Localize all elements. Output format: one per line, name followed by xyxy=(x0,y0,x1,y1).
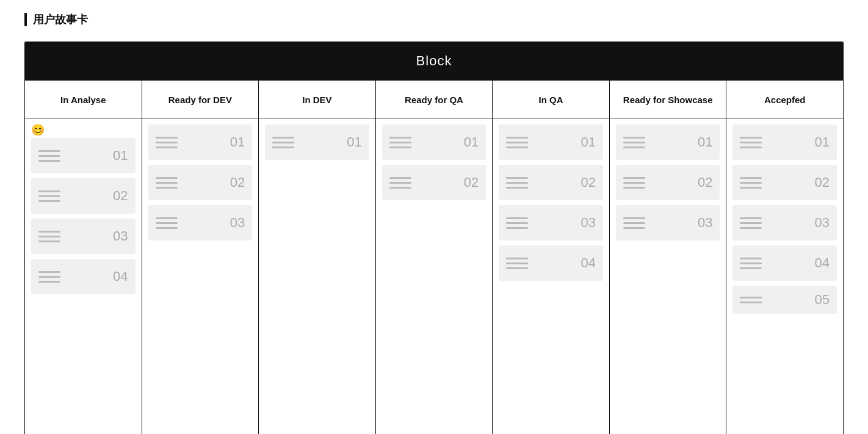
column-in-qa: In QA01020304 xyxy=(493,81,610,434)
card[interactable]: 01 xyxy=(265,125,369,160)
column-header-in-qa: In QA xyxy=(493,81,609,118)
card-partial[interactable]: 05 xyxy=(732,286,837,314)
card-number: 03 xyxy=(580,215,595,231)
card-lines-icon xyxy=(506,217,528,229)
column-body-ready-for-dev: 010203 xyxy=(142,118,259,247)
card-number: 01 xyxy=(580,134,595,150)
page-title: 用户故事卡 xyxy=(33,12,88,27)
card-lines-icon xyxy=(740,217,762,229)
column-body-ready-for-qa: 0102 xyxy=(376,118,493,206)
card-number: 01 xyxy=(698,134,712,150)
card-lines-icon xyxy=(740,297,762,303)
columns-wrapper: In Analyse😊01020304Ready for DEV010203In… xyxy=(25,80,843,434)
card-number: 04 xyxy=(113,269,128,284)
card[interactable]: 01 xyxy=(616,125,720,160)
card-lines-icon xyxy=(38,190,60,202)
card-lines-icon xyxy=(506,258,528,269)
column-body-in-qa: 01020304 xyxy=(493,118,609,287)
title-bar-accent xyxy=(24,13,27,26)
column-body-in-dev: 01 xyxy=(259,118,375,166)
card-lines-icon xyxy=(389,137,411,148)
card-number: 02 xyxy=(113,188,128,204)
card-number: 04 xyxy=(815,255,830,271)
card[interactable]: 01 xyxy=(732,125,837,160)
column-accepted: Accepfed0102030405 xyxy=(726,81,843,434)
card-lines-icon xyxy=(272,137,294,148)
card[interactable]: 04 xyxy=(31,259,136,294)
column-ready-for-showcase: Ready for Showcase010203 xyxy=(610,81,727,434)
column-in-analyse: In Analyse😊01020304 xyxy=(25,81,142,434)
card-lines-icon xyxy=(156,177,178,189)
card[interactable]: 02 xyxy=(616,165,720,200)
card-number: 02 xyxy=(580,175,595,190)
column-in-dev: In DEV01 xyxy=(259,81,376,434)
column-ready-for-qa: Ready for QA0102 xyxy=(376,81,493,434)
kanban-board: Block In Analyse😊01020304Ready for DEV01… xyxy=(24,42,844,434)
card-lines-icon xyxy=(623,177,645,189)
card-number: 01 xyxy=(464,134,479,150)
card-lines-icon xyxy=(38,271,60,283)
column-body-ready-for-showcase: 010203 xyxy=(610,118,726,247)
card-number: 02 xyxy=(698,175,712,190)
card-number: 01 xyxy=(347,134,361,150)
card-lines-icon xyxy=(740,177,762,189)
card-lines-icon xyxy=(740,137,762,148)
card-lines-icon xyxy=(389,177,411,189)
card[interactable]: 01 xyxy=(31,138,136,173)
column-header-ready-for-showcase: Ready for Showcase xyxy=(610,81,726,118)
card-lines-icon xyxy=(506,137,528,148)
card[interactable]: 03 xyxy=(148,205,253,241)
card-number-partial: 05 xyxy=(815,292,830,308)
column-header-ready-for-qa: Ready for QA xyxy=(376,81,493,118)
card-lines-icon xyxy=(623,137,645,148)
card-number: 02 xyxy=(464,175,479,190)
card-number: 02 xyxy=(230,175,245,190)
card[interactable]: 03 xyxy=(499,205,603,241)
card[interactable]: 01 xyxy=(499,125,603,160)
card-number: 01 xyxy=(230,134,245,150)
card[interactable]: 01 xyxy=(382,125,486,160)
column-header-accepted: Accepfed xyxy=(726,81,843,118)
card-number: 01 xyxy=(815,134,830,150)
card-lines-icon xyxy=(506,177,528,189)
card[interactable]: 03 xyxy=(31,219,136,254)
card-lines-icon xyxy=(38,231,60,242)
card-number: 02 xyxy=(815,175,830,190)
column-ready-for-dev: Ready for DEV010203 xyxy=(142,81,259,434)
card-lines-icon xyxy=(623,217,645,229)
card-number: 03 xyxy=(230,215,245,231)
card[interactable]: 04 xyxy=(732,245,837,281)
card-lines-icon xyxy=(38,150,60,162)
card-number: 03 xyxy=(113,228,128,244)
card-number: 03 xyxy=(815,215,830,231)
card[interactable]: 02 xyxy=(382,165,486,200)
card[interactable]: 02 xyxy=(732,165,837,200)
page-title-container: 用户故事卡 xyxy=(24,12,844,27)
board-header: Block xyxy=(25,42,843,80)
column-body-in-analyse: 😊01020304 xyxy=(25,118,142,300)
card[interactable]: 02 xyxy=(499,165,603,200)
card[interactable]: 03 xyxy=(732,205,837,241)
smiley-icon: 😊 xyxy=(31,123,45,137)
card[interactable]: 02 xyxy=(31,178,136,214)
column-header-in-dev: In DEV xyxy=(259,81,375,118)
card[interactable]: 03 xyxy=(616,205,720,241)
card[interactable]: 02 xyxy=(148,165,253,200)
card[interactable]: 04 xyxy=(499,245,603,281)
card-lines-icon xyxy=(740,258,762,269)
card-number: 04 xyxy=(580,255,595,271)
card[interactable]: 01 xyxy=(148,125,253,160)
column-header-ready-for-dev: Ready for DEV xyxy=(142,81,259,118)
card-lines-icon xyxy=(156,137,178,148)
column-body-accepted: 0102030405 xyxy=(726,118,843,320)
column-header-in-analyse: In Analyse xyxy=(25,81,142,118)
card-number: 03 xyxy=(698,215,712,231)
card-lines-icon xyxy=(156,217,178,229)
card-number: 01 xyxy=(113,148,128,164)
